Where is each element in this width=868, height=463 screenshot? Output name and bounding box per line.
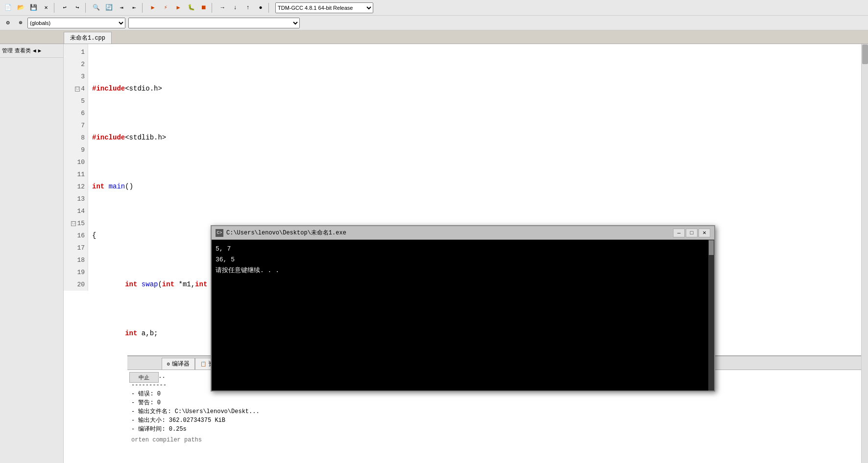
save-file-icon[interactable]: 💾 bbox=[27, 2, 39, 14]
replace-icon[interactable]: 🔄 bbox=[103, 2, 115, 14]
tab-filename: 未命名1.cpp bbox=[70, 34, 105, 42]
fold-icon-15[interactable]: □ bbox=[71, 221, 76, 226]
compiler-paths-label: orten compiler paths bbox=[131, 436, 864, 444]
line-num-4: □4 bbox=[64, 83, 85, 95]
view-class-label[interactable]: 查看类 bbox=[15, 47, 31, 54]
line-num-5: 5 bbox=[64, 95, 85, 107]
main-scrollbar[interactable] bbox=[861, 44, 868, 463]
scope-select-2[interactable] bbox=[128, 18, 300, 28]
fold-icon-4[interactable]: □ bbox=[75, 87, 80, 92]
scroll-thumb[interactable] bbox=[862, 45, 868, 64]
terminal-minimize-button[interactable]: — bbox=[673, 229, 685, 237]
terminal-controls: — □ ✕ bbox=[673, 229, 710, 237]
line-num-1: 1 bbox=[64, 46, 85, 58]
manage-label[interactable]: 管理 bbox=[2, 47, 13, 54]
line-num-16: 16 bbox=[64, 230, 85, 242]
line-num-17: 17 bbox=[64, 242, 85, 254]
line-num-7: 7 bbox=[64, 119, 85, 132]
new-file-icon[interactable]: 📄 bbox=[2, 2, 14, 14]
compile-run-icon[interactable]: ▶ bbox=[147, 2, 159, 14]
sep2 bbox=[85, 3, 88, 13]
terminal-line-0: 5, 7 bbox=[216, 244, 710, 255]
terminal-window: C> C:\Users\lenovo\Desktop\未命名1.exe — □ … bbox=[211, 225, 715, 392]
compile-result-2: - 输出文件名: C:\Users\lenovo\Deskt... bbox=[131, 407, 864, 416]
terminal-scroll-thumb[interactable] bbox=[709, 240, 714, 255]
compile-icon[interactable]: ⚡ bbox=[160, 2, 171, 14]
line-num-10: 10 bbox=[64, 156, 85, 168]
debug-icon[interactable]: 🐛 bbox=[185, 2, 197, 14]
terminal-maximize-button[interactable]: □ bbox=[686, 229, 698, 237]
redo-icon[interactable]: ↪ bbox=[72, 2, 83, 14]
line-num-8: 8 bbox=[64, 132, 85, 144]
sep3 bbox=[142, 3, 145, 13]
tab-bar: 未命名1.cpp bbox=[0, 30, 868, 44]
compile-result-4: - 编译时间: 0.25s bbox=[131, 425, 864, 434]
tab-compiler[interactable]: ⚙ 编译器 bbox=[162, 358, 195, 370]
line-num-13: 13 bbox=[64, 193, 85, 205]
line-num-14: 14 bbox=[64, 205, 85, 217]
terminal-scrollbar[interactable] bbox=[708, 240, 714, 391]
nav-left-icon[interactable]: ◀ bbox=[33, 47, 36, 54]
undo-icon[interactable]: ↩ bbox=[59, 2, 71, 14]
close-file-icon[interactable]: ✕ bbox=[40, 2, 52, 14]
compile-result-3: - 输出大小: 362.02734375 KiB bbox=[131, 416, 864, 425]
line-num-11: 11 bbox=[64, 168, 85, 181]
run-icon[interactable]: ▶ bbox=[172, 2, 184, 14]
file-tab[interactable]: 未命名1.cpp bbox=[64, 32, 112, 44]
line-num-9: 9 bbox=[64, 144, 85, 156]
indent-icon[interactable]: ⇥ bbox=[116, 2, 127, 14]
breakpoint-icon[interactable]: ● bbox=[255, 2, 266, 14]
side-panel-top: 管理 查看类 ◀ ▶ bbox=[0, 44, 63, 58]
terminal-titlebar: C> C:\Users\lenovo\Desktop\未命名1.exe — □ … bbox=[212, 226, 714, 240]
terminal-body[interactable]: 5, 7 36, 5 请按任意键继续. . . bbox=[212, 240, 714, 391]
sep4 bbox=[212, 3, 215, 13]
step-out-icon[interactable]: ↑ bbox=[242, 2, 254, 14]
stop-icon[interactable]: ⏹ bbox=[198, 2, 210, 14]
toolbar-second: ⚙ ⊕ (globals) bbox=[0, 16, 868, 30]
line-num-20: 20 bbox=[64, 278, 85, 291]
code-line-1: #include<stdio.h> bbox=[92, 83, 868, 95]
line-num-6: 6 bbox=[64, 107, 85, 119]
line-numbers: 1 2 3 □4 5 6 7 8 9 10 11 12 13 14 □15 16… bbox=[64, 44, 88, 291]
line-num-15: □15 bbox=[64, 217, 85, 230]
code-line-3: int main() bbox=[92, 181, 868, 193]
terminal-line-2: 36, 5 bbox=[216, 255, 710, 265]
sep1 bbox=[54, 3, 57, 13]
scope-select-1[interactable]: (globals) bbox=[27, 18, 125, 28]
nav-right-icon[interactable]: ▶ bbox=[38, 47, 42, 54]
line-num-2: 2 bbox=[64, 58, 85, 70]
outdent-icon[interactable]: ⇤ bbox=[128, 2, 140, 14]
line-num-3: 3 bbox=[64, 70, 85, 83]
sep5 bbox=[268, 3, 271, 13]
terminal-close-button[interactable]: ✕ bbox=[699, 229, 710, 237]
line-num-19: 19 bbox=[64, 266, 85, 278]
terminal-line-3: 请按任意键继续. . . bbox=[216, 265, 710, 276]
abort-button[interactable]: 中止 bbox=[129, 372, 159, 383]
step-over-icon[interactable]: → bbox=[217, 2, 228, 14]
open-file-icon[interactable]: 📂 bbox=[15, 2, 26, 14]
scope-jump-icon[interactable]: ⊕ bbox=[15, 17, 26, 29]
side-panel: 管理 查看类 ◀ ▶ bbox=[0, 44, 64, 463]
find-icon[interactable]: 🔍 bbox=[90, 2, 102, 14]
code-line-2: #include<stdlib.h> bbox=[92, 132, 868, 144]
terminal-icon: C> bbox=[216, 229, 223, 237]
toolbar-top: 📄 📂 💾 ✕ ↩ ↪ 🔍 🔄 ⇥ ⇤ ▶ ⚡ ▶ 🐛 ⏹ → ↓ ↑ ● TD… bbox=[0, 0, 868, 16]
terminal-title: C:\Users\lenovo\Desktop\未命名1.exe bbox=[226, 229, 710, 237]
line-num-12: 12 bbox=[64, 181, 85, 193]
line-num-18: 18 bbox=[64, 254, 85, 266]
scope-icon[interactable]: ⚙ bbox=[2, 17, 14, 29]
compile-result-1: - 警告: 0 bbox=[131, 398, 864, 407]
step-into-icon[interactable]: ↓ bbox=[229, 2, 241, 14]
compiler-select[interactable]: TDM-GCC 4.8.1 64-bit Release bbox=[275, 2, 373, 13]
